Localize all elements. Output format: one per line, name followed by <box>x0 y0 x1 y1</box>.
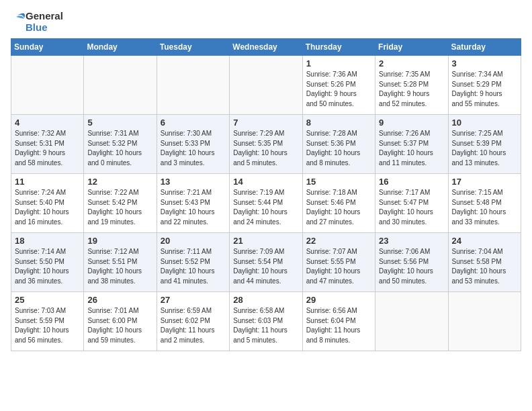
calendar-day-cell: 8Sunrise: 7:28 AM Sunset: 5:36 PM Daylig… <box>302 115 375 174</box>
day-number: 21 <box>233 236 298 246</box>
day-number: 9 <box>379 118 444 128</box>
day-info: Sunrise: 7:09 AM Sunset: 5:54 PM Dayligh… <box>233 247 298 286</box>
day-info: Sunrise: 7:30 AM Sunset: 5:33 PM Dayligh… <box>161 129 226 168</box>
day-number: 12 <box>87 177 152 187</box>
day-info: Sunrise: 7:03 AM Sunset: 5:59 PM Dayligh… <box>15 306 80 345</box>
day-info: Sunrise: 7:07 AM Sunset: 5:55 PM Dayligh… <box>306 247 371 286</box>
calendar-day-cell: 15Sunrise: 7:18 AM Sunset: 5:46 PM Dayli… <box>302 174 375 233</box>
calendar-day-cell: 29Sunrise: 6:56 AM Sunset: 6:04 PM Dayli… <box>302 292 375 351</box>
calendar-day-cell: 28Sunrise: 6:58 AM Sunset: 6:03 PM Dayli… <box>230 292 302 351</box>
day-info: Sunrise: 6:58 AM Sunset: 6:03 PM Dayligh… <box>233 306 298 345</box>
day-number: 2 <box>379 58 444 68</box>
day-number: 25 <box>15 295 80 305</box>
calendar-table: SundayMondayTuesdayWednesdayThursdayFrid… <box>11 38 521 351</box>
day-info: Sunrise: 7:35 AM Sunset: 5:28 PM Dayligh… <box>379 70 444 109</box>
calendar-week-row: 4Sunrise: 7:32 AM Sunset: 5:31 PM Daylig… <box>11 115 521 174</box>
day-number: 14 <box>233 177 298 187</box>
day-info: Sunrise: 7:36 AM Sunset: 5:26 PM Dayligh… <box>306 70 371 109</box>
day-info: Sunrise: 7:15 AM Sunset: 5:48 PM Dayligh… <box>452 188 517 227</box>
day-info: Sunrise: 7:21 AM Sunset: 5:43 PM Dayligh… <box>161 188 226 227</box>
calendar-day-cell: 24Sunrise: 7:04 AM Sunset: 5:58 PM Dayli… <box>448 233 521 292</box>
calendar-day-cell: 2Sunrise: 7:35 AM Sunset: 5:28 PM Daylig… <box>375 56 448 115</box>
logo-bird-icon <box>11 13 26 32</box>
weekday-header-row: SundayMondayTuesdayWednesdayThursdayFrid… <box>11 39 521 56</box>
calendar-day-cell: 13Sunrise: 7:21 AM Sunset: 5:43 PM Dayli… <box>157 174 229 233</box>
calendar-week-row: 18Sunrise: 7:14 AM Sunset: 5:50 PM Dayli… <box>11 233 521 292</box>
day-info: Sunrise: 6:56 AM Sunset: 6:04 PM Dayligh… <box>306 306 371 345</box>
day-number: 1 <box>306 58 371 68</box>
calendar-day-cell <box>11 56 84 115</box>
logo: General Blue <box>11 11 63 33</box>
day-number: 10 <box>452 118 517 128</box>
weekday-header: Wednesday <box>230 39 302 56</box>
calendar-day-cell: 10Sunrise: 7:25 AM Sunset: 5:39 PM Dayli… <box>448 115 521 174</box>
weekday-header: Saturday <box>448 39 521 56</box>
day-info: Sunrise: 7:06 AM Sunset: 5:56 PM Dayligh… <box>379 247 444 286</box>
day-info: Sunrise: 7:28 AM Sunset: 5:36 PM Dayligh… <box>306 129 371 168</box>
day-info: Sunrise: 7:24 AM Sunset: 5:40 PM Dayligh… <box>15 188 80 227</box>
calendar-day-cell <box>375 292 448 351</box>
weekday-header: Tuesday <box>157 39 229 56</box>
day-number: 27 <box>161 295 226 305</box>
calendar-day-cell: 21Sunrise: 7:09 AM Sunset: 5:54 PM Dayli… <box>230 233 302 292</box>
calendar-day-cell: 20Sunrise: 7:11 AM Sunset: 5:52 PM Dayli… <box>157 233 229 292</box>
day-info: Sunrise: 7:26 AM Sunset: 5:37 PM Dayligh… <box>379 129 444 168</box>
weekday-header: Monday <box>84 39 157 56</box>
day-number: 19 <box>87 236 152 246</box>
calendar-day-cell: 26Sunrise: 7:01 AM Sunset: 6:00 PM Dayli… <box>84 292 157 351</box>
day-number: 11 <box>15 177 80 187</box>
day-number: 20 <box>161 236 226 246</box>
calendar-day-cell: 11Sunrise: 7:24 AM Sunset: 5:40 PM Dayli… <box>11 174 84 233</box>
day-number: 4 <box>15 118 80 128</box>
day-number: 29 <box>306 295 371 305</box>
day-info: Sunrise: 7:29 AM Sunset: 5:35 PM Dayligh… <box>233 129 298 168</box>
calendar-week-row: 11Sunrise: 7:24 AM Sunset: 5:40 PM Dayli… <box>11 174 521 233</box>
calendar-day-cell: 1Sunrise: 7:36 AM Sunset: 5:26 PM Daylig… <box>302 56 375 115</box>
day-info: Sunrise: 7:14 AM Sunset: 5:50 PM Dayligh… <box>15 247 80 286</box>
calendar-day-cell: 19Sunrise: 7:12 AM Sunset: 5:51 PM Dayli… <box>84 233 157 292</box>
day-number: 18 <box>15 236 80 246</box>
day-info: Sunrise: 6:59 AM Sunset: 6:02 PM Dayligh… <box>161 306 226 345</box>
calendar-day-cell <box>84 56 157 115</box>
page-header: General Blue <box>11 11 521 33</box>
day-info: Sunrise: 7:34 AM Sunset: 5:29 PM Dayligh… <box>452 70 517 109</box>
day-number: 3 <box>452 58 517 68</box>
calendar-day-cell <box>230 56 302 115</box>
day-info: Sunrise: 7:19 AM Sunset: 5:44 PM Dayligh… <box>233 188 298 227</box>
calendar-day-cell: 23Sunrise: 7:06 AM Sunset: 5:56 PM Dayli… <box>375 233 448 292</box>
calendar-day-cell: 4Sunrise: 7:32 AM Sunset: 5:31 PM Daylig… <box>11 115 84 174</box>
day-number: 24 <box>452 236 517 246</box>
weekday-header: Sunday <box>11 39 84 56</box>
calendar-day-cell: 22Sunrise: 7:07 AM Sunset: 5:55 PM Dayli… <box>302 233 375 292</box>
day-info: Sunrise: 7:01 AM Sunset: 6:00 PM Dayligh… <box>87 306 152 345</box>
day-info: Sunrise: 7:17 AM Sunset: 5:47 PM Dayligh… <box>379 188 444 227</box>
day-info: Sunrise: 7:25 AM Sunset: 5:39 PM Dayligh… <box>452 129 517 168</box>
day-number: 22 <box>306 236 371 246</box>
day-number: 6 <box>161 118 226 128</box>
logo-blue: Blue <box>26 22 63 34</box>
logo-general: General <box>26 11 63 22</box>
calendar-day-cell: 6Sunrise: 7:30 AM Sunset: 5:33 PM Daylig… <box>157 115 229 174</box>
logo-text: General Blue <box>26 11 63 33</box>
day-number: 8 <box>306 118 371 128</box>
day-info: Sunrise: 7:11 AM Sunset: 5:52 PM Dayligh… <box>161 247 226 286</box>
day-number: 26 <box>87 295 152 305</box>
calendar-week-row: 25Sunrise: 7:03 AM Sunset: 5:59 PM Dayli… <box>11 292 521 351</box>
calendar-day-cell: 18Sunrise: 7:14 AM Sunset: 5:50 PM Dayli… <box>11 233 84 292</box>
calendar-day-cell: 3Sunrise: 7:34 AM Sunset: 5:29 PM Daylig… <box>448 56 521 115</box>
calendar-day-cell: 9Sunrise: 7:26 AM Sunset: 5:37 PM Daylig… <box>375 115 448 174</box>
day-info: Sunrise: 7:04 AM Sunset: 5:58 PM Dayligh… <box>452 247 517 286</box>
day-info: Sunrise: 7:32 AM Sunset: 5:31 PM Dayligh… <box>15 129 80 168</box>
calendar-day-cell: 12Sunrise: 7:22 AM Sunset: 5:42 PM Dayli… <box>84 174 157 233</box>
calendar-day-cell: 27Sunrise: 6:59 AM Sunset: 6:02 PM Dayli… <box>157 292 229 351</box>
day-number: 7 <box>233 118 298 128</box>
logo-container: General Blue <box>11 11 63 33</box>
day-info: Sunrise: 7:18 AM Sunset: 5:46 PM Dayligh… <box>306 188 371 227</box>
day-number: 5 <box>87 118 152 128</box>
calendar-day-cell: 5Sunrise: 7:31 AM Sunset: 5:32 PM Daylig… <box>84 115 157 174</box>
calendar-day-cell: 17Sunrise: 7:15 AM Sunset: 5:48 PM Dayli… <box>448 174 521 233</box>
weekday-header: Friday <box>375 39 448 56</box>
day-number: 13 <box>161 177 226 187</box>
calendar-day-cell <box>157 56 229 115</box>
day-info: Sunrise: 7:12 AM Sunset: 5:51 PM Dayligh… <box>87 247 152 286</box>
